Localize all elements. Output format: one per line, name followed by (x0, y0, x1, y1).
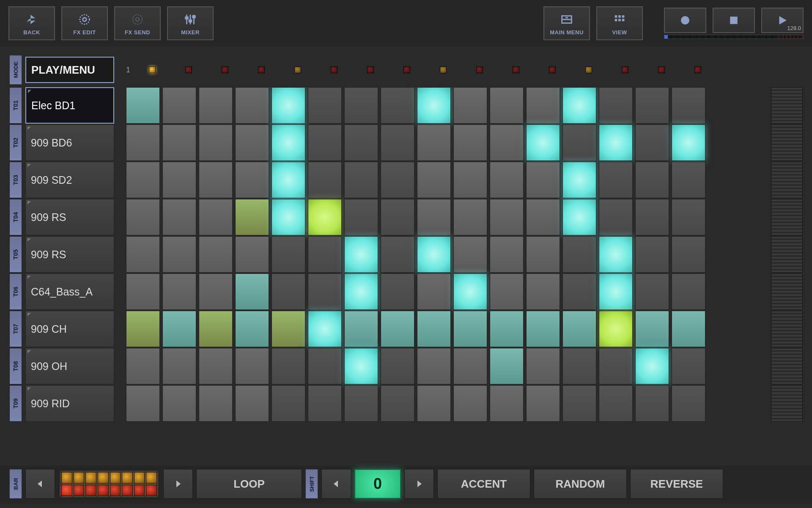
track-name-T03[interactable]: 909 SD2 (25, 162, 114, 198)
step-cell[interactable] (272, 199, 305, 235)
track-name-T09[interactable]: 909 RID (25, 385, 114, 422)
step-cell[interactable] (344, 236, 378, 273)
step-cell[interactable] (672, 273, 705, 310)
step-cell[interactable] (526, 273, 560, 310)
bar-prev-button[interactable] (25, 469, 55, 499)
track-volume-T06[interactable] (771, 273, 803, 310)
step-cell[interactable] (453, 236, 487, 273)
step-cell[interactable] (272, 87, 305, 124)
view-button[interactable]: VIEW (596, 6, 643, 40)
step-cell[interactable] (199, 87, 233, 124)
step-cell[interactable] (672, 236, 705, 273)
step-cell[interactable] (635, 385, 669, 422)
step-cell[interactable] (235, 311, 269, 347)
step-cell[interactable] (599, 311, 633, 347)
step-cell[interactable] (235, 162, 269, 198)
step-cell[interactable] (417, 385, 451, 422)
step-cell[interactable] (672, 162, 705, 198)
step-cell[interactable] (562, 385, 596, 422)
step-cell[interactable] (308, 273, 342, 310)
step-cell[interactable] (490, 199, 524, 235)
step-cell[interactable] (417, 311, 451, 347)
step-cell[interactable] (635, 348, 669, 384)
step-cell[interactable] (599, 199, 633, 235)
track-tab-T01[interactable]: T01 (9, 87, 22, 124)
track-name-T04[interactable]: 909 RS (25, 199, 114, 235)
step-cell[interactable] (417, 348, 451, 384)
reverse-button[interactable]: REVERSE (630, 469, 723, 499)
step-cell[interactable] (126, 162, 160, 198)
step-cell[interactable] (126, 236, 160, 273)
step-cell[interactable] (453, 87, 487, 124)
track-tab-T08[interactable]: T08 (9, 348, 22, 384)
step-cell[interactable] (562, 273, 596, 310)
step-cell[interactable] (126, 311, 160, 347)
track-tab-T09[interactable]: T09 (9, 385, 22, 422)
step-cell[interactable] (344, 124, 378, 161)
step-cell[interactable] (417, 124, 451, 161)
step-cell[interactable] (381, 124, 414, 161)
step-cell[interactable] (235, 385, 269, 422)
bar-next-button[interactable] (163, 469, 193, 499)
track-name-T08[interactable]: 909 OH (25, 348, 114, 384)
step-cell[interactable] (599, 236, 633, 273)
step-cell[interactable] (562, 348, 596, 384)
step-cell[interactable] (235, 348, 269, 384)
step-cell[interactable] (272, 124, 305, 161)
accent-button[interactable]: ACCENT (437, 469, 530, 499)
step-cell[interactable] (235, 199, 269, 235)
step-cell[interactable] (162, 162, 196, 198)
track-name-T05[interactable]: 909 RS (25, 236, 114, 273)
step-cell[interactable] (635, 124, 669, 161)
step-cell[interactable] (526, 348, 560, 384)
step-cell[interactable] (526, 124, 560, 161)
step-cell[interactable] (162, 348, 196, 384)
step-cell[interactable] (672, 311, 705, 347)
step-cell[interactable] (126, 124, 160, 161)
track-volume-T01[interactable] (771, 87, 803, 124)
step-cell[interactable] (235, 87, 269, 124)
track-tab-T05[interactable]: T05 (9, 236, 22, 273)
step-cell[interactable] (199, 162, 233, 198)
step-cell[interactable] (417, 236, 451, 273)
step-cell[interactable] (162, 87, 196, 124)
step-cell[interactable] (526, 236, 560, 273)
step-cell[interactable] (308, 199, 342, 235)
step-cell[interactable] (381, 311, 414, 347)
track-volume-T02[interactable] (771, 124, 803, 161)
step-cell[interactable] (599, 385, 633, 422)
track-volume-T08[interactable] (771, 348, 803, 384)
bar-leds[interactable] (58, 469, 160, 499)
step-cell[interactable] (417, 87, 451, 124)
step-cell[interactable] (562, 124, 596, 161)
step-cell[interactable] (199, 199, 233, 235)
record-button[interactable] (664, 8, 706, 33)
random-button[interactable]: RANDOM (534, 469, 627, 499)
step-cell[interactable] (344, 162, 378, 198)
step-cell[interactable] (199, 348, 233, 384)
step-cell[interactable] (672, 87, 705, 124)
step-cell[interactable] (635, 87, 669, 124)
step-cell[interactable] (272, 311, 305, 347)
step-cell[interactable] (344, 273, 378, 310)
step-cell[interactable] (344, 385, 378, 422)
step-cell[interactable] (490, 385, 524, 422)
step-cell[interactable] (199, 385, 233, 422)
step-cell[interactable] (126, 348, 160, 384)
step-cell[interactable] (599, 273, 633, 310)
step-cell[interactable] (453, 348, 487, 384)
step-cell[interactable] (490, 348, 524, 384)
step-cell[interactable] (490, 162, 524, 198)
track-name-T01[interactable]: Elec BD1 (25, 87, 114, 124)
step-cell[interactable] (672, 385, 705, 422)
track-tab-T03[interactable]: T03 (9, 162, 22, 198)
track-name-T07[interactable]: 909 CH (25, 311, 114, 347)
step-cell[interactable] (199, 273, 233, 310)
track-name-T06[interactable]: C64_Bass_A (25, 273, 114, 310)
step-cell[interactable] (453, 273, 487, 310)
track-tab-T04[interactable]: T04 (9, 199, 22, 235)
step-cell[interactable] (308, 311, 342, 347)
step-cell[interactable] (344, 311, 378, 347)
step-cell[interactable] (599, 87, 633, 124)
step-cell[interactable] (526, 385, 560, 422)
